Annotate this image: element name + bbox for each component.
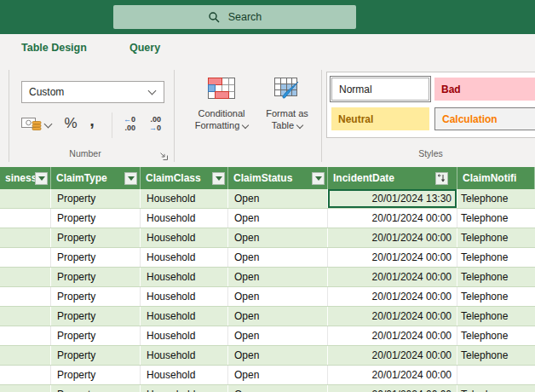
style-chip-bad[interactable]: Bad [434,78,535,101]
cell-business[interactable] [0,385,51,392]
column-header-claimtype[interactable]: ClaimType [51,167,141,189]
cell-claimnotification[interactable]: Telephone [457,209,535,228]
cell-claimnotification[interactable]: Telephone [457,287,535,306]
comma-style-button[interactable]: , [83,109,101,138]
conditional-formatting-label: Conditional [198,108,244,119]
column-header-business[interactable]: siness [0,167,51,189]
cell-claimclass[interactable]: Household [141,366,228,384]
cell-claimtype[interactable]: Property [51,366,141,384]
cell-business[interactable] [0,248,51,267]
filter-button[interactable] [212,172,225,185]
cell-business[interactable] [0,287,51,306]
cell-claimstatus[interactable]: Open [228,366,328,384]
cell-claimnotification[interactable]: Telephone [457,346,535,365]
cell-claimclass[interactable]: Household [141,307,228,326]
cell-incidentdate[interactable]: 20/01/2024 00:00 [328,366,457,384]
sort-filter-button[interactable] [435,172,448,185]
cell-claimtype[interactable]: Property [51,189,141,208]
cell-claimclass[interactable]: Household [141,326,228,345]
cell-claimnotification[interactable]: Telephone [457,307,535,326]
cell-business[interactable] [0,228,51,247]
number-format-dropdown[interactable]: Custom [21,81,164,103]
cell-claimstatus[interactable]: Open [228,326,328,345]
column-header-claimstatus[interactable]: ClaimStatus [228,167,328,189]
cell-claimstatus[interactable]: Open [228,228,328,247]
decrease-decimal-button[interactable]: .00 →0 [143,109,167,138]
cell-claimclass[interactable]: Household [141,209,228,228]
style-chip-calculation[interactable]: Calculation [434,107,535,130]
cell-business[interactable] [0,366,51,384]
table-row: Property Household Open 20/01/2024 00:00… [0,287,535,307]
cell-claimclass[interactable]: Household [141,189,228,208]
style-chip-neutral[interactable]: Neutral [331,107,429,130]
cell-claimclass[interactable]: Household [141,268,228,286]
cell-incidentdate[interactable]: 20/01/2024 00:00 [328,209,457,228]
cell-incidentdate[interactable]: 20/01/2024 00:00 [328,385,457,392]
cell-incidentdate[interactable]: 20/01/2024 00:00 [328,326,457,345]
cell-claimstatus[interactable]: Open [228,209,328,228]
cell-incidentdate[interactable]: 20/01/2024 13:30 [328,189,457,208]
cell-business[interactable] [0,307,51,326]
cell-claimclass[interactable]: Household [141,228,228,247]
dialog-launcher-icon[interactable] [158,149,169,159]
cell-claimtype[interactable]: Property [51,228,141,247]
style-chip-normal[interactable]: Normal [331,78,429,101]
column-header-claimnotification[interactable]: ClaimNotifi [457,167,535,189]
cell-business[interactable] [0,326,51,345]
filter-button[interactable] [124,172,137,185]
cell-claimnotification[interactable]: Telephone [457,228,535,247]
cell-claimtype[interactable]: Property [51,346,141,365]
cell-claimstatus[interactable]: Open [228,307,328,326]
cell-business[interactable] [0,209,51,228]
cell-claimtype[interactable]: Property [51,287,141,306]
conditional-formatting-button[interactable]: Conditional Formatting [187,72,256,132]
chevron-down-icon [148,87,157,95]
cell-claimclass[interactable]: Household [141,346,228,365]
filter-button[interactable] [35,172,48,185]
cell-claimtype[interactable]: Property [51,326,141,345]
cell-business[interactable] [0,189,51,208]
cell-claimstatus[interactable]: Open [228,346,328,365]
cell-claimnotification[interactable]: Telephone [457,326,535,345]
cell-claimnotification[interactable]: Telephone [457,189,535,208]
cell-claimnotification[interactable]: Telephone [457,385,535,392]
column-header-label: ClaimClass [141,172,212,184]
cell-incidentdate[interactable]: 20/01/2024 00:00 [328,346,457,365]
cell-claimnotification[interactable] [457,366,535,384]
worksheet-table: siness ClaimType ClaimClass ClaimStatus … [0,167,535,392]
cell-business[interactable] [0,346,51,365]
filter-button[interactable] [312,172,325,185]
cell-claimstatus[interactable]: Open [228,189,328,208]
ribbon-tab-strip: Table Design Query [0,34,535,65]
column-header-incidentdate[interactable]: IncidentDate [328,167,457,189]
cell-claimclass[interactable]: Household [141,385,228,392]
cell-claimstatus[interactable]: Open [228,287,328,306]
cell-incidentdate[interactable]: 20/01/2024 00:00 [328,287,457,306]
accounting-format-button[interactable] [17,109,55,138]
cell-claimtype[interactable]: Property [51,307,141,326]
percent-style-button[interactable]: % [60,109,82,138]
column-header-claimclass[interactable]: ClaimClass [141,167,228,189]
cell-incidentdate[interactable]: 20/01/2024 00:00 [328,268,457,286]
cell-claimstatus[interactable]: Open [228,248,328,267]
cell-claimtype[interactable]: Property [51,268,141,286]
tab-query[interactable]: Query [129,42,160,54]
cell-claimnotification[interactable]: Telephone [457,268,535,286]
cell-claimtype[interactable]: Property [51,248,141,267]
cell-claimtype[interactable]: Property [51,385,141,392]
cell-claimclass[interactable]: Household [141,248,228,267]
cell-claimtype[interactable]: Property [51,209,141,228]
format-as-table-button[interactable]: Format as Table [257,72,317,132]
cell-claimstatus[interactable]: Open [228,268,328,286]
cell-claimclass[interactable]: Household [141,287,228,306]
cell-business[interactable] [0,268,51,286]
search-box[interactable]: Search [113,5,356,29]
tab-table-design[interactable]: Table Design [21,42,87,54]
table-row: Property Household Open 20/01/2024 00:00… [0,385,535,392]
increase-decimal-button[interactable]: ←0 .00 [118,109,141,138]
cell-incidentdate[interactable]: 20/01/2024 00:00 [328,248,457,267]
cell-claimnotification[interactable]: Telephone [457,248,535,267]
cell-incidentdate[interactable]: 20/01/2024 00:00 [328,228,457,247]
cell-claimstatus[interactable]: Open [228,385,328,392]
cell-incidentdate[interactable]: 20/01/2024 00:00 [328,307,457,326]
